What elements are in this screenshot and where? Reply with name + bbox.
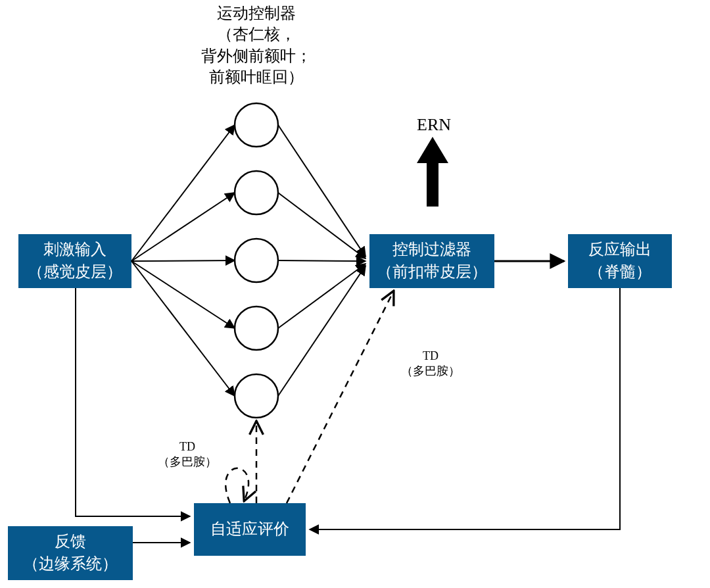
td-line: TD [148,439,227,454]
svg-marker-1 [417,137,448,163]
diagram-svg [0,0,710,588]
edge-circle-to-filter [278,260,366,261]
feedback-box: 反馈 （边缘系统） [8,526,133,580]
edge-stimulus-to-circle [131,125,235,261]
stimulus-input-box: 刺激输入 （感觉皮层） [18,234,131,288]
box-line: 刺激输入 [43,239,106,261]
motor-controller-title: 运动控制器 （杏仁核， 背外侧前额叶； 前额叶眶回） [164,3,348,88]
edge-stimulus-to-circle [131,261,235,396]
box-line: 反馈 [55,531,86,553]
edge-circle-to-filter [278,193,366,258]
td-line: TD [391,349,470,364]
box-line: （感觉皮层） [28,261,122,283]
box-line: 反应输出 [588,239,651,261]
response-output-box: 反应输出 （脊髓） [568,234,672,288]
box-line: 自适应评价 [210,518,289,541]
box-line: （前扣带皮层） [377,261,487,283]
motor-node-circle [235,171,278,214]
motor-node-circle [235,239,278,282]
td-line: （多巴胺） [148,454,227,470]
adaptive-critic-box: 自适应评价 [194,503,306,556]
edge-stimulus-to-circle [131,261,235,328]
td-label-right: TD （多巴胺） [391,349,470,380]
motor-node-circle [235,306,278,350]
motor-node-circle [235,103,278,147]
td-line: （多巴胺） [391,364,470,379]
svg-rect-0 [427,160,438,207]
edge-circle-to-filter [278,266,366,396]
edge-circle-to-filter [278,125,366,257]
title-line: 前额叶眶回） [164,66,348,87]
ern-label: ERN [414,113,454,136]
box-line: （脊髓） [588,261,651,283]
box-line: 控制过滤器 [392,239,471,261]
edge-critic-to-filter-dashed [287,292,393,503]
edge-stimulus-to-circle [131,260,235,261]
ern-arrow [417,137,448,207]
edge-circle-to-filter [278,264,366,328]
motor-node-circle [235,374,278,418]
edge-stimulus-to-critic [76,288,190,516]
control-filter-box: 控制过滤器 （前扣带皮层） [369,234,494,288]
edge-stimulus-to-circle [131,193,235,261]
title-line: （杏仁核， [164,24,348,45]
edge-critic-self-loop [225,468,248,503]
edge-response-to-critic [310,288,620,529]
title-line: 背外侧前额叶； [164,45,348,66]
td-label-left: TD （多巴胺） [148,439,227,470]
box-line: （边缘系统） [23,553,118,576]
title-line: 运动控制器 [164,3,348,24]
